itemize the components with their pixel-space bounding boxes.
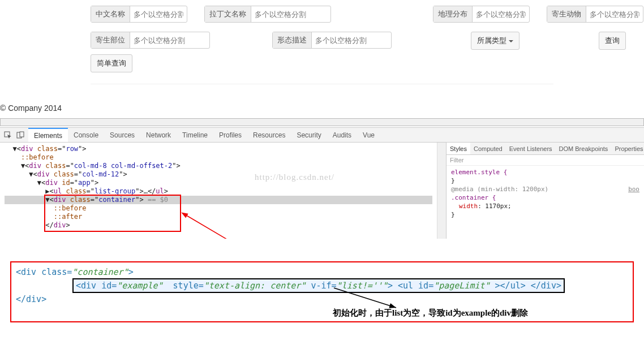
svg-line-4 xyxy=(334,288,396,308)
css-rule: } xyxy=(451,176,639,185)
input-geo-dist[interactable] xyxy=(473,10,529,19)
styles-tab-listeners[interactable]: Event Listeners xyxy=(506,143,556,154)
field-morph-desc: 形态描述 xyxy=(272,32,392,49)
scrollbar-horizontal[interactable] xyxy=(0,118,644,126)
type-dropdown-button[interactable]: 所属类型 xyxy=(471,32,520,50)
label-morph-desc: 形态描述 xyxy=(273,32,312,48)
field-host-part: 寄生部位 xyxy=(91,32,210,49)
dom-line[interactable]: ▼<div class="row"> xyxy=(5,145,432,153)
query-button[interactable]: 查询 xyxy=(599,32,626,50)
input-morph-desc[interactable] xyxy=(312,36,391,45)
code-inner-box: <div id="example" style="text-align: cen… xyxy=(72,278,565,293)
tab-profiles[interactable]: Profiles xyxy=(213,128,247,142)
dom-line-selected[interactable]: ▼<div class="container"> == $0 xyxy=(5,196,432,204)
css-rule: } xyxy=(451,210,639,219)
field-latin-name: 拉丁文名称 xyxy=(204,6,331,23)
source-link[interactable]: boo xyxy=(628,185,639,193)
tab-timeline[interactable]: Timeline xyxy=(177,128,213,142)
tab-audits[interactable]: Audits xyxy=(327,128,357,142)
devtools-tabs: Elements Console Sources Network Timelin… xyxy=(0,128,644,143)
divider xyxy=(91,84,553,84)
watermark-text: http://blog.csdn.net/ xyxy=(255,173,334,182)
dom-line[interactable]: ::after xyxy=(5,213,432,221)
styles-panel: Styles Computed Event Listeners DOM Brea… xyxy=(446,143,644,239)
devtools-body: http://blog.csdn.net/ ▼<div class="row">… xyxy=(0,143,644,239)
annotation-caption: 初始化时，由于list为空，导致id为example的div删除 xyxy=(333,307,528,319)
dom-line[interactable]: ▼<div id="app"> xyxy=(5,179,432,187)
code-line: <div class="container"> xyxy=(16,266,628,278)
footer-copyright: © Company 2014 xyxy=(0,101,644,118)
styles-tab-breakpoints[interactable]: DOM Breakpoints xyxy=(556,143,612,154)
devtools-panel: Elements Console Sources Network Timelin… xyxy=(0,127,644,239)
tab-security[interactable]: Security xyxy=(291,128,327,142)
label-geo-dist: 地理分布 xyxy=(433,6,473,22)
dom-line[interactable]: ::before xyxy=(5,204,432,213)
dom-line[interactable]: ▼<div class="col-md-8 col-md-offset-2"> xyxy=(5,162,432,170)
input-cn-name[interactable] xyxy=(130,10,187,19)
css-rule: .container { xyxy=(451,193,639,202)
input-latin-name[interactable] xyxy=(251,10,330,19)
field-cn-name: 中文名称 xyxy=(91,6,187,23)
tab-resources[interactable]: Resources xyxy=(247,128,291,142)
styles-tab-computed[interactable]: Computed xyxy=(470,143,506,154)
inspect-icon[interactable] xyxy=(3,131,12,140)
dom-line[interactable]: </div> xyxy=(5,221,432,230)
styles-body[interactable]: element.style { } boo@media (min-width: … xyxy=(446,166,644,221)
svg-rect-2 xyxy=(20,132,24,137)
tab-vue[interactable]: Vue xyxy=(357,128,380,142)
input-host-part[interactable] xyxy=(130,36,209,45)
dom-line[interactable]: ▶<ul class="list-group">…</ul> xyxy=(5,187,432,196)
dom-tree[interactable]: http://blog.csdn.net/ ▼<div class="row">… xyxy=(0,143,437,239)
label-latin-name: 拉丁文名称 xyxy=(205,6,251,22)
code-line: </div> xyxy=(16,293,628,305)
styles-filter[interactable]: Filter xyxy=(446,155,644,166)
input-host-animal[interactable] xyxy=(586,10,643,19)
styles-tab-styles[interactable]: Styles xyxy=(446,143,470,154)
label-host-animal: 寄生动物 xyxy=(547,6,586,22)
device-icon[interactable] xyxy=(16,131,25,140)
css-rule: element.style { xyxy=(451,168,639,176)
tab-console[interactable]: Console xyxy=(68,128,104,142)
label-cn-name: 中文名称 xyxy=(91,6,130,22)
label-host-part: 寄生部位 xyxy=(91,32,130,48)
css-rule: width: 1170px; xyxy=(451,202,639,210)
tab-network[interactable]: Network xyxy=(140,128,177,142)
dom-line[interactable]: ::before xyxy=(5,153,432,162)
field-host-animal: 寄生动物 xyxy=(547,6,643,23)
type-dropdown-label: 所属类型 xyxy=(477,36,506,45)
field-geo-dist: 地理分布 xyxy=(433,6,530,23)
tab-sources[interactable]: Sources xyxy=(104,128,140,142)
simple-query-button[interactable]: 简单查询 xyxy=(91,54,132,72)
caret-down-icon xyxy=(509,40,513,42)
dom-line[interactable]: ▼<div class="col-md-12"> xyxy=(5,170,432,179)
styles-tabs: Styles Computed Event Listeners DOM Brea… xyxy=(446,143,644,155)
styles-tab-properties[interactable]: Properties xyxy=(611,143,644,154)
scrollbar-vertical[interactable] xyxy=(437,143,446,239)
tab-elements[interactable]: Elements xyxy=(28,128,68,142)
css-rule: boo@media (min-width: 1200px) xyxy=(451,185,639,193)
search-form: 中文名称 拉丁文名称 地理分布 寄生动物 寄生部位 形态描述 所属类型 查询 简… xyxy=(0,0,644,84)
code-annotation: <div class="container"> <div id="example… xyxy=(10,261,634,322)
